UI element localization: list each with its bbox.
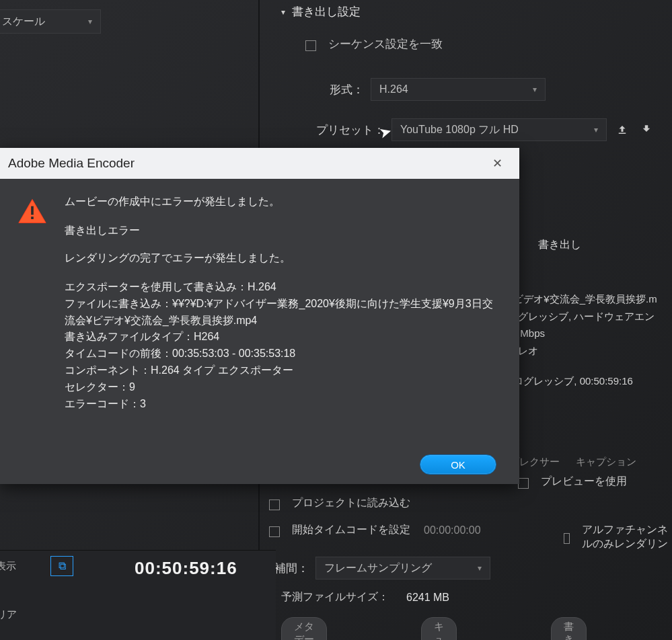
queue-button[interactable]: キュー: [421, 617, 457, 640]
use-preview-row[interactable]: プレビューを使用: [518, 475, 627, 489]
show-label: 表示: [0, 560, 16, 573]
import-preset-icon[interactable]: [638, 121, 655, 138]
dialog-message: ムービーの作成中にエラーが発生しました。 書き出しエラー レンダリングの完了でエ…: [65, 195, 502, 412]
export-settings-header[interactable]: ▾ 書き出し設定: [281, 4, 361, 19]
warning-icon: [17, 195, 48, 412]
predicted-value: 6241 MB: [406, 592, 449, 604]
format-row: 形式： H.264 ▾: [330, 78, 546, 101]
error-main: ムービーの作成中にエラーが発生しました。: [65, 195, 502, 209]
format-value: H.264: [379, 83, 408, 95]
preset-value: YouTube 1080p フル HD: [400, 123, 519, 137]
format-select[interactable]: H.264 ▾: [371, 78, 546, 101]
tab-caption[interactable]: キャプション: [576, 456, 636, 469]
export-button[interactable]: 書き出し: [551, 617, 587, 640]
checkbox-icon[interactable]: [564, 533, 570, 544]
footer-buttons: メタデータ… キュー 書き出し キャンセル: [281, 617, 672, 640]
error-sub: 書き出しエラー: [65, 224, 502, 238]
predicted-label: 予測ファイルサイズ：: [281, 590, 389, 604]
sequence-timecode[interactable]: 00:50:59:16: [135, 558, 237, 579]
chevron-down-icon: ▾: [478, 563, 482, 573]
error-details-block: エクスポーターを使用して書き込み：H.264 ファイルに書き込み：¥¥?¥D:¥…: [65, 279, 502, 412]
error-line: ファイルに書き込み：¥¥?¥D:¥アドバイザー業務_2020¥後期に向けた学生支…: [65, 296, 502, 329]
chevron-down-icon: ▾: [533, 85, 537, 94]
import-project-label: プロジェクトに読み込む: [292, 496, 410, 510]
close-icon[interactable]: ✕: [480, 148, 514, 179]
svg-rect-1: [31, 206, 34, 215]
format-label: 形式：: [330, 82, 364, 97]
error-line: エラーコード：3: [65, 396, 502, 413]
error-line: エクスポーターを使用して書き込み：H.264: [65, 279, 502, 296]
export-tabs: チプレクサー キャプション: [499, 456, 636, 469]
preset-label: プリセット：: [316, 122, 385, 138]
dialog-titlebar[interactable]: Adobe Media Encoder ✕: [0, 148, 519, 179]
interpolation-row: 補間： フレームサンプリング ▾: [274, 557, 490, 579]
use-preview-label: プレビューを使用: [541, 475, 627, 489]
alpha-only-label: アルファチャンネルのみレンダリン: [582, 523, 672, 551]
start-timecode-label: 開始タイムコードを設定: [292, 523, 410, 537]
chevron-down-icon: ▾: [88, 17, 92, 26]
alpha-only-row[interactable]: アルファチャンネルのみレンダリン: [564, 523, 672, 551]
save-preset-icon[interactable]: [613, 121, 631, 138]
match-sequence-label: シーケンス設定を一致: [328, 36, 443, 52]
svg-rect-2: [31, 216, 34, 219]
section-title: 書き出し設定: [292, 4, 361, 19]
start-timecode-value[interactable]: 00:00:00:00: [424, 524, 481, 536]
checkbox-icon[interactable]: [269, 499, 280, 510]
chevron-down-icon: ▾: [281, 7, 285, 17]
safe-margins-icon[interactable]: ⧉: [50, 556, 73, 576]
clear-label: リア: [0, 608, 17, 621]
checkbox-icon[interactable]: [305, 40, 316, 51]
dialog-title: Adobe Media Encoder: [5, 156, 135, 171]
metadata-button[interactable]: メタデータ…: [281, 617, 327, 640]
interpolation-select[interactable]: フレームサンプリング ▾: [315, 557, 490, 579]
export-summary: ：¥ビデオ¥交流会_学長教員挨拶.m プログレッシブ, ハードウェアエン 6.0…: [498, 242, 672, 390]
preset-select[interactable]: YouTube 1080p フル HD ▾: [391, 118, 607, 141]
preset-row: プリセット： YouTube 1080p フル HD ▾: [316, 118, 655, 141]
error-line: セレクター：9: [65, 379, 502, 396]
predicted-size-row: 予測ファイルサイズ： 6241 MB: [281, 590, 449, 604]
checkbox-icon[interactable]: [518, 478, 529, 489]
error-line: コンポーネント：H.264 タイプ エクスポーター: [65, 362, 502, 379]
scale-dropdown[interactable]: スケール ▾: [0, 9, 101, 34]
chevron-down-icon: ▾: [594, 125, 598, 134]
interp-value: フレームサンプリング: [324, 561, 432, 575]
interp-label: 補間：: [274, 561, 309, 576]
scale-label: スケール: [2, 15, 45, 29]
error-detail: レンダリングの完了でエラーが発生しました。: [65, 251, 502, 266]
error-dialog: Adobe Media Encoder ✕ ムービーの作成中にエラーが発生しまし…: [0, 148, 519, 484]
ok-button[interactable]: OK: [420, 454, 496, 475]
start-timecode-row[interactable]: 開始タイムコードを設定 00:00:00:00: [269, 523, 481, 537]
error-line: 書き込みファイルタイプ：H264: [65, 329, 502, 346]
match-sequence-row[interactable]: シーケンス設定を一致: [305, 36, 443, 52]
checkbox-icon[interactable]: [269, 526, 280, 537]
import-project-row[interactable]: プロジェクトに読み込む: [269, 496, 410, 510]
error-line: タイムコードの前後：00:35:53:03 - 00:35:53:18: [65, 346, 502, 362]
